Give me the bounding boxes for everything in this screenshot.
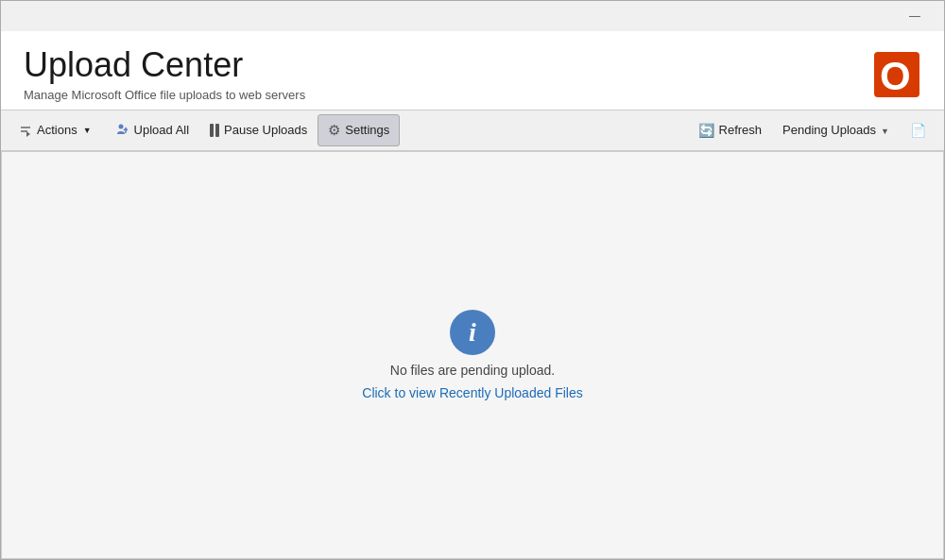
upload-all-icon <box>112 122 129 139</box>
actions-chevron-icon: ▼ <box>83 126 92 135</box>
settings-label: Settings <box>345 123 389 137</box>
pause-uploads-label: Pause Uploads <box>224 123 307 137</box>
pending-uploads-chevron-icon <box>881 123 889 137</box>
toolbar: Actions ▼ Upload All <box>1 110 944 151</box>
actions-label: Actions <box>37 123 77 137</box>
pause-icon <box>210 124 219 137</box>
content-area: i No files are pending upload. Click to … <box>1 151 944 559</box>
pause-uploads-button[interactable]: Pause Uploads <box>199 114 318 146</box>
svg-text:O: O <box>880 54 911 98</box>
upload-all-label: Upload All <box>134 123 190 137</box>
pending-uploads-button[interactable]: Pending Uploads <box>772 114 900 146</box>
upload-all-button[interactable]: Upload All <box>102 114 200 146</box>
svg-point-6 <box>118 124 123 128</box>
recently-uploaded-link[interactable]: Click to view Recently Uploaded Files <box>362 385 582 400</box>
minimize-button[interactable]: — <box>893 1 936 31</box>
settings-icon <box>328 122 340 139</box>
pending-uploads-label: Pending Uploads <box>782 123 876 137</box>
refresh-label: Refresh <box>719 123 763 137</box>
office-logo-icon: O <box>872 50 921 99</box>
empty-message: No files are pending upload. <box>390 363 555 378</box>
app-title: Upload Center <box>24 46 305 84</box>
actions-button[interactable]: Actions ▼ <box>9 114 102 146</box>
settings-button[interactable]: Settings <box>318 114 400 146</box>
app-subtitle: Manage Microsoft Office file uploads to … <box>24 88 305 102</box>
refresh-button[interactable]: Refresh <box>688 114 773 146</box>
header: Upload Center Manage Microsoft Office fi… <box>1 31 944 110</box>
document-icon <box>910 123 926 138</box>
empty-state: i No files are pending upload. Click to … <box>362 310 582 400</box>
info-icon: i <box>450 310 495 355</box>
header-logo: O <box>872 50 921 99</box>
title-bar: — <box>1 1 944 31</box>
main-window: — Upload Center Manage Microsoft Office … <box>0 0 945 560</box>
header-left: Upload Center Manage Microsoft Office fi… <box>24 46 305 102</box>
actions-icon <box>19 124 32 137</box>
document-view-button[interactable] <box>900 114 936 146</box>
svg-marker-4 <box>26 131 30 137</box>
refresh-icon <box>698 123 714 138</box>
